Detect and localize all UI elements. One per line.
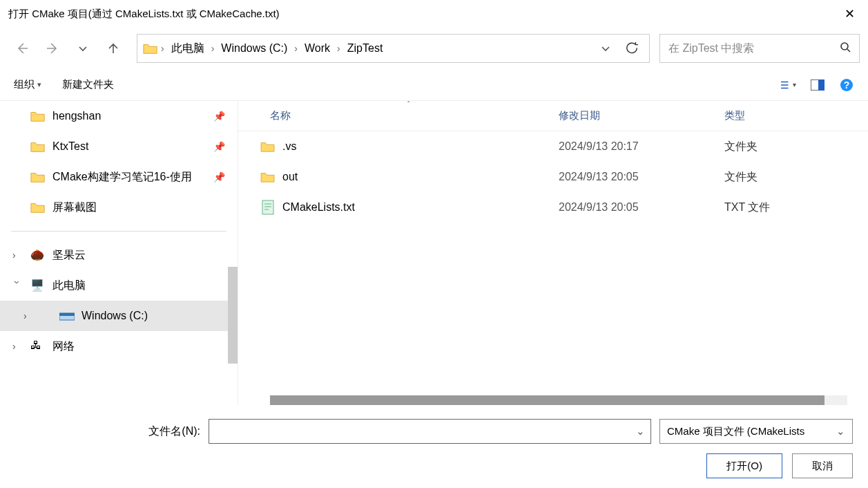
file-name: CMakeLists.txt [282,201,559,214]
back-button[interactable] [8,36,36,61]
open-button[interactable]: 打开(O) [706,453,782,478]
address-dropdown[interactable] [594,44,617,53]
refresh-button[interactable] [620,42,644,55]
search-icon [840,41,851,55]
view-menu[interactable]: ▾ [781,77,796,93]
chevron-down-icon[interactable]: ⌄ [636,425,645,438]
breadcrumb-thispc[interactable]: 此电脑 [167,41,209,56]
address-bar[interactable]: › 此电脑 › Windows (C:) › Work › ZipTest [137,34,650,63]
folder-icon [30,140,46,153]
chevron-right-icon: › [161,43,164,54]
nut-icon: 🌰 [30,248,46,262]
tree-item-cmake-notes[interactable]: CMake构建学习笔记16-使用📌 [0,162,238,192]
breadcrumb-work[interactable]: Work [300,42,334,55]
file-type: TXT 文件 [724,200,770,215]
up-button[interactable] [99,36,127,61]
breadcrumb-ziptest[interactable]: ZipTest [343,42,387,55]
svg-rect-7 [262,200,273,214]
tree-item-ktxtest[interactable]: KtxTest📌 [0,131,238,162]
svg-text:?: ? [844,79,850,91]
chevron-down-icon: ⌄ [836,425,845,438]
chevron-right-icon: › [337,43,340,54]
column-type[interactable]: 类型 [724,109,868,122]
filename-input[interactable]: ⌄ [209,419,651,444]
chevron-down-icon: › [12,281,23,290]
window-title: 打开 CMake 项目(通过 CMakeLists.txt 或 CMakeCac… [8,8,839,21]
close-button[interactable]: ✕ [839,6,860,21]
recent-dropdown[interactable] [69,36,97,61]
folder-icon [259,140,277,153]
tree-item-hengshan[interactable]: hengshan📌 [0,101,238,131]
network-icon: 🖧 [30,339,46,353]
organize-menu[interactable]: 组织▾ [14,78,41,91]
monitor-icon: 🖥️ [30,279,46,292]
column-date[interactable]: 修改日期 [559,109,724,122]
navigation-tree: hengshan📌 KtxTest📌 CMake构建学习笔记16-使用📌 屏幕截… [0,101,238,405]
chevron-right-icon: › [294,43,298,54]
file-type: 文件夹 [724,140,758,154]
pin-icon: 📌 [213,141,225,152]
pin-icon: 📌 [213,171,225,182]
file-type: 文件夹 [724,170,758,185]
chevron-right-icon: › [23,310,33,321]
file-icon [259,200,277,215]
preview-pane-button[interactable] [810,77,825,93]
filename-label: 文件名(N): [0,424,200,439]
search-input[interactable]: 在 ZipTest 中搜索 [659,34,860,63]
file-row[interactable]: out2024/9/13 20:05文件夹 [238,162,868,192]
file-date: 2024/9/13 20:17 [559,140,724,153]
new-folder-button[interactable]: 新建文件夹 [62,78,114,91]
search-placeholder: 在 ZipTest 中搜索 [668,41,754,56]
filetype-select[interactable]: CMake 项目文件 (CMakeLists⌄ [659,419,853,444]
help-button[interactable]: ? [839,77,854,93]
folder-icon [30,200,46,214]
tree-item-thispc[interactable]: › 🖥️ 此电脑 [0,270,238,301]
horizontal-scrollbar[interactable] [270,395,847,405]
file-row[interactable]: CMakeLists.txt2024/9/13 20:05TXT 文件 [238,192,868,223]
sort-indicator-icon: ˆ [407,101,409,109]
svg-rect-2 [818,79,824,91]
svg-point-0 [841,43,848,50]
scrollbar-thumb[interactable] [228,267,238,364]
file-name: out [282,171,559,183]
file-name: .vs [282,140,559,153]
column-headers: ˆ 名称 修改日期 类型 [238,101,868,131]
tree-item-network[interactable]: › 🖧 网络 [0,331,238,362]
folder-icon [30,109,46,123]
drive-icon [59,309,75,323]
tree-item-nutcloud[interactable]: › 🌰 坚果云 [0,240,238,270]
column-name[interactable]: 名称 [270,109,559,122]
folder-icon [30,170,46,184]
file-date: 2024/9/13 20:05 [559,201,724,214]
chevron-right-icon: › [12,250,22,261]
cancel-button[interactable]: 取消 [792,453,853,478]
separator [11,231,226,232]
folder-icon [259,171,277,183]
file-row[interactable]: .vs2024/9/13 20:17文件夹 [238,131,868,162]
file-date: 2024/9/13 20:05 [559,171,724,183]
pin-icon: 📌 [213,111,225,122]
tree-item-screenshots[interactable]: 屏幕截图 [0,192,238,223]
forward-button[interactable] [39,36,66,61]
svg-rect-6 [59,313,75,316]
breadcrumb-drive[interactable]: Windows (C:) [217,42,291,55]
chevron-right-icon: › [211,43,215,54]
folder-icon [143,41,158,56]
tree-item-windows-c[interactable]: › Windows (C:) [0,301,238,331]
chevron-right-icon: › [12,341,22,352]
